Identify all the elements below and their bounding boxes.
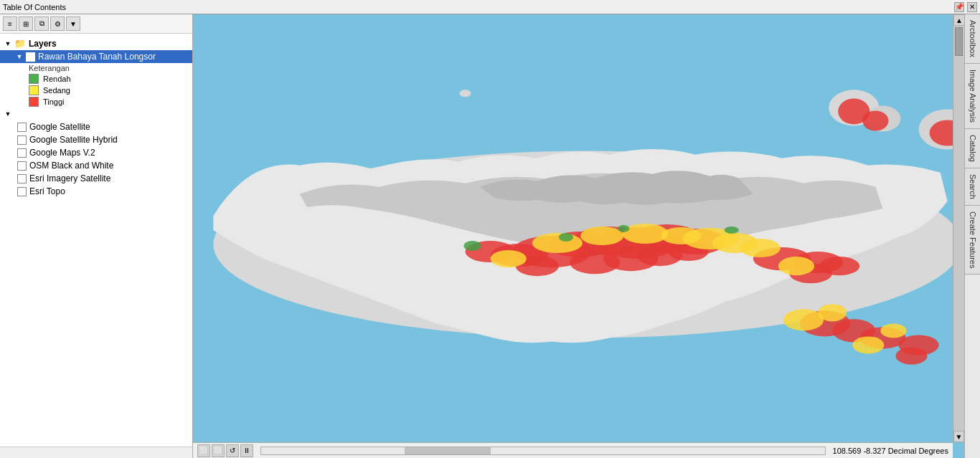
toc-panel: ≡ ⊞ ⧉ ⚙ ▼ ▼ 📁 Layers ▼ Rawan Bahaya Tana… xyxy=(0,14,193,458)
title-bar-controls: 📌 ✕ xyxy=(954,2,977,12)
scroll-thumb[interactable] xyxy=(955,27,963,56)
rawan-checkbox[interactable] xyxy=(26,52,35,62)
google-maps-v2-checkbox[interactable] xyxy=(17,148,27,158)
map-tool-1[interactable]: ⬜ xyxy=(197,444,210,457)
svg-point-31 xyxy=(862,110,888,130)
google-satellite-hybrid-checkbox[interactable] xyxy=(17,135,27,145)
svg-point-49 xyxy=(559,233,573,242)
toc-content: ▼ 📁 Layers ▼ Rawan Bahaya Tanah Longsor … xyxy=(0,34,192,447)
map-scrollbar-v[interactable]: ▲ ▼ xyxy=(953,14,964,442)
legend-rendah-label: Rendah xyxy=(43,75,71,83)
base-group-expand-btn[interactable]: ▼ xyxy=(3,109,13,119)
map-bottom-bar: ⬜ ⬜ ↺ ⏸ 108.569 -8.327 Decimal Degrees xyxy=(193,442,953,458)
svg-point-45 xyxy=(880,323,906,338)
google-maps-v2-label: Google Maps V.2 xyxy=(29,148,95,158)
main-container: ≡ ⊞ ⧉ ⚙ ▼ ▼ 📁 Layers ▼ Rawan Bahaya Tana… xyxy=(0,14,980,458)
svg-point-29 xyxy=(895,348,927,365)
legend-section: Keterangan Rendah Sedang Tinggi xyxy=(0,63,192,108)
svg-point-36 xyxy=(580,226,623,245)
map-svg xyxy=(193,14,964,458)
legend-sedang: Sedang xyxy=(26,85,192,96)
svg-point-48 xyxy=(463,241,481,251)
toc-filter-btn[interactable]: ⊞ xyxy=(19,16,33,31)
svg-point-50 xyxy=(618,225,629,232)
legend-color-rendah xyxy=(29,74,39,84)
scroll-up-arrow[interactable]: ▲ xyxy=(953,14,964,26)
rawan-layer-label: Rawan Bahaya Tanah Longsor xyxy=(38,52,156,62)
scroll-down-arrow[interactable]: ▼ xyxy=(953,431,964,442)
image-analysis-btn[interactable]: Image Analysis xyxy=(965,64,981,129)
toc-layers-btn[interactable]: ⧉ xyxy=(34,16,49,31)
svg-point-37 xyxy=(622,224,668,244)
rawan-layer-item[interactable]: ▼ Rawan Bahaya Tanah Longsor xyxy=(0,50,192,63)
svg-point-43 xyxy=(778,257,814,275)
title-bar: Table Of Contents 📌 ✕ xyxy=(0,0,980,14)
esri-imagery-label: Esri Imagery Satellite xyxy=(29,173,110,183)
toc-more-btn[interactable]: ▼ xyxy=(66,16,80,31)
title-bar-text: Table Of Contents xyxy=(3,3,66,11)
legend-rendah: Rendah xyxy=(26,73,192,85)
arctoolbox-btn[interactable]: Arctoolbox xyxy=(965,14,981,64)
google-satellite-label: Google Satellite xyxy=(29,122,90,132)
close-button[interactable]: ✕ xyxy=(967,2,977,12)
osm-bw-checkbox[interactable] xyxy=(17,161,27,171)
svg-point-7 xyxy=(459,90,471,97)
svg-point-24 xyxy=(819,257,859,275)
rawan-expand-btn[interactable]: ▼ xyxy=(14,52,24,62)
search-btn[interactable]: Search xyxy=(965,168,981,206)
esri-imagery-checkbox[interactable] xyxy=(17,174,27,183)
bottom-bar-tools: ⬜ ⬜ ↺ ⏸ xyxy=(197,444,253,457)
svg-point-46 xyxy=(783,309,824,330)
svg-point-44 xyxy=(852,336,884,353)
esri-imagery-item[interactable]: Esri Imagery Satellite xyxy=(14,172,192,185)
svg-point-42 xyxy=(491,250,527,267)
legend-sedang-label: Sedang xyxy=(43,86,70,95)
bottom-scrollbar[interactable] xyxy=(260,447,826,455)
esri-topo-item[interactable]: Esri Topo xyxy=(14,185,192,198)
svg-point-35 xyxy=(532,233,583,253)
map-container[interactable]: ▲ ▼ ⬜ ⬜ ↺ ⏸ 108.569 -8.327 Decimal Degre… xyxy=(193,14,964,458)
layers-expand-btn[interactable]: ▼ xyxy=(3,39,13,49)
osm-bw-label: OSM Black and White xyxy=(29,161,113,171)
svg-point-51 xyxy=(725,226,739,234)
coordinates-display: 108.569 -8.327 Decimal Degrees xyxy=(833,447,948,455)
esri-topo-label: Esri Topo xyxy=(29,186,65,196)
google-satellite-checkbox[interactable] xyxy=(17,123,27,132)
legend-tinggi: Tinggi xyxy=(26,96,192,108)
layers-label: Layers xyxy=(29,39,57,49)
legend-tinggi-label: Tinggi xyxy=(43,97,65,106)
create-features-btn[interactable]: Create Features xyxy=(965,206,981,275)
pin-button[interactable]: 📌 xyxy=(954,2,964,12)
map-refresh-btn[interactable]: ↺ xyxy=(226,444,239,457)
google-satellite-item[interactable]: Google Satellite xyxy=(14,120,192,133)
osm-bw-item[interactable]: OSM Black and White xyxy=(14,159,192,172)
map-pause-btn[interactable]: ⏸ xyxy=(240,444,253,457)
layers-folder-icon: 📁 xyxy=(14,38,26,49)
legend-color-tinggi xyxy=(29,97,39,107)
toc-bottom xyxy=(0,447,192,458)
base-group[interactable]: ▼ xyxy=(0,108,192,120)
svg-point-41 xyxy=(740,239,781,257)
right-sidebar: Arctoolbox Image Analysis Catalog Search… xyxy=(964,14,980,458)
toc-settings-btn[interactable]: ⚙ xyxy=(50,16,65,31)
legend-label: Keterangan xyxy=(26,63,192,73)
svg-point-47 xyxy=(818,304,847,321)
map-tool-2[interactable]: ⬜ xyxy=(212,444,225,457)
toc-toolbar: ≡ ⊞ ⧉ ⚙ ▼ xyxy=(0,14,192,34)
catalog-btn[interactable]: Catalog xyxy=(965,129,981,168)
esri-topo-checkbox[interactable] xyxy=(17,187,27,196)
toc-list-btn[interactable]: ≡ xyxy=(3,16,17,31)
google-maps-v2-item[interactable]: Google Maps V.2 xyxy=(14,146,192,159)
google-satellite-hybrid-item[interactable]: Google Satellite Hybrid xyxy=(14,133,192,146)
google-satellite-hybrid-label: Google Satellite Hybrid xyxy=(29,135,118,145)
layers-header: ▼ 📁 Layers xyxy=(0,37,192,50)
sub-layers: Google Satellite Google Satellite Hybrid… xyxy=(0,120,192,198)
legend-color-sedang xyxy=(29,85,39,95)
